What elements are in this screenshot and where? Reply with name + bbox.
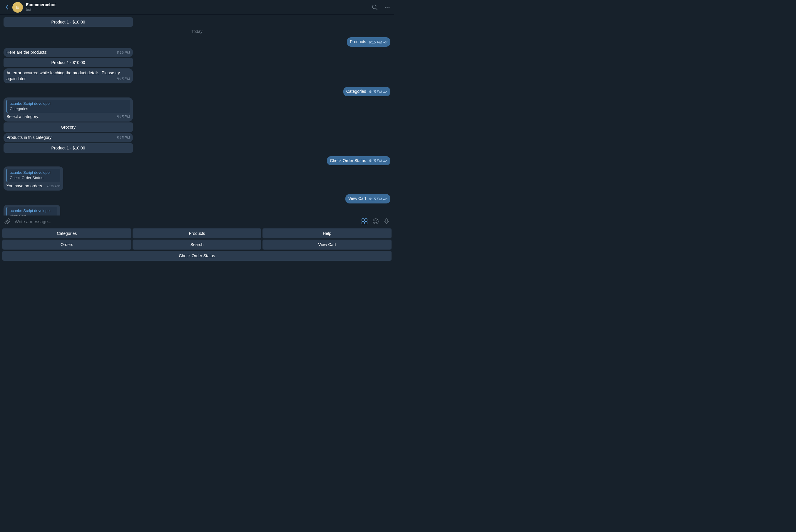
- emoji-button[interactable]: [372, 218, 379, 225]
- read-check-icon: [383, 197, 387, 201]
- message-time: 8:15 PM: [369, 197, 387, 202]
- kb-help[interactable]: Help: [263, 228, 392, 239]
- read-check-icon: [383, 91, 387, 94]
- svg-point-4: [388, 7, 390, 8]
- inline-button-product[interactable]: Product 1 - $10.00: [3, 17, 133, 27]
- smile-icon: [372, 218, 379, 225]
- message-out: Check Order Status 8:15 PM: [3, 156, 390, 166]
- chat-title-block[interactable]: Ecommercebot bot: [26, 2, 372, 12]
- message-text: Products in this category:: [6, 135, 53, 140]
- avatar-letter: E: [16, 5, 19, 10]
- message-text: Select a category:: [6, 114, 39, 119]
- read-check-icon: [383, 41, 387, 44]
- input-bar: [0, 215, 394, 227]
- message-bubble[interactable]: Check Order Status 8:15 PM: [327, 156, 390, 166]
- inline-button-product[interactable]: Product 1 - $10.00: [3, 143, 133, 153]
- message-bubble[interactable]: View Cart 8:15 PM: [345, 194, 390, 204]
- kb-products[interactable]: Products: [132, 228, 261, 239]
- reply-from: ucanbe Script developer: [10, 170, 58, 175]
- kb-check-order-status[interactable]: Check Order Status: [2, 251, 392, 261]
- reply-box[interactable]: ucanbe Script developer Categories: [6, 100, 130, 113]
- chevron-left-icon: [5, 5, 8, 10]
- attach-button[interactable]: [4, 218, 11, 225]
- avatar[interactable]: E: [12, 2, 23, 13]
- reply-text: View Cart: [10, 213, 55, 215]
- message-bubble[interactable]: ucanbe Script developer Check Order Stat…: [3, 167, 63, 191]
- microphone-icon: [383, 218, 390, 225]
- date-separator: Today: [3, 29, 390, 34]
- bot-keyboard-icon: [361, 218, 368, 225]
- svg-point-3: [386, 7, 388, 8]
- chat-header: E Ecommercebot bot: [0, 0, 394, 15]
- search-button[interactable]: [372, 4, 378, 11]
- keyboard-row: Orders Search View Cart: [2, 240, 392, 250]
- messages-area[interactable]: Product 1 - $10.00 Today Products 8:15 P…: [0, 15, 394, 215]
- message-group: Here are the products: 8:15 PM Product 1…: [3, 48, 390, 84]
- keyboard-row: Categories Products Help: [2, 228, 392, 239]
- more-button[interactable]: [384, 4, 390, 11]
- message-bubble[interactable]: ucanbe Script developer View Cart Your c…: [3, 205, 60, 215]
- reply-keyboard: Categories Products Help Orders Search V…: [0, 227, 394, 263]
- voice-button[interactable]: [383, 218, 390, 225]
- svg-point-9: [373, 219, 378, 224]
- message-out: View Cart 8:15 PM: [3, 194, 390, 204]
- message-text: Products: [350, 39, 366, 44]
- message-bubble[interactable]: Products 8:15 PM: [347, 37, 390, 47]
- message-time: 8:15 PM: [117, 135, 130, 140]
- reply-box[interactable]: ucanbe Script developer Check Order Stat…: [6, 169, 60, 182]
- message-text: Here are the products:: [6, 50, 47, 55]
- read-check-icon: [383, 159, 387, 163]
- inline-button-product[interactable]: Product 1 - $10.00: [3, 58, 133, 67]
- message-time: 8:15 PM: [369, 158, 387, 164]
- kb-orders[interactable]: Orders: [2, 240, 131, 250]
- message-input[interactable]: [15, 219, 357, 224]
- message-out: Products 8:15 PM: [3, 37, 390, 47]
- inline-button-category[interactable]: Grocery: [3, 122, 133, 132]
- paperclip-icon: [4, 218, 11, 225]
- header-actions: [372, 4, 390, 11]
- message-time: 8:15 PM: [117, 50, 130, 55]
- svg-rect-6: [365, 219, 367, 221]
- message-bubble[interactable]: Products in this category: 8:15 PM: [3, 133, 133, 142]
- back-button[interactable]: [3, 4, 11, 11]
- message-time: 8:15 PM: [369, 90, 387, 95]
- search-icon: [372, 4, 378, 11]
- svg-rect-7: [362, 222, 364, 224]
- message-bubble[interactable]: Here are the products: 8:15 PM: [3, 48, 133, 57]
- svg-rect-8: [365, 222, 367, 224]
- message-time: 8:15 PM: [117, 114, 130, 119]
- message-group: ucanbe Script developer View Cart Your c…: [3, 205, 390, 215]
- message-text: Check Order Status: [330, 158, 366, 163]
- message-text: You have no orders.: [6, 184, 43, 188]
- chat-subtitle: bot: [26, 7, 372, 12]
- reply-from: ucanbe Script developer: [10, 208, 55, 213]
- message-time: 8:15 PM: [47, 184, 60, 189]
- kb-search[interactable]: Search: [132, 240, 261, 250]
- kb-view-cart[interactable]: View Cart: [263, 240, 392, 250]
- message-text: Categories: [346, 89, 366, 94]
- more-icon: [384, 4, 390, 11]
- message-text: An error occurred while fetching the pro…: [6, 71, 120, 81]
- message-text: View Cart: [348, 196, 366, 201]
- keyboard-row: Check Order Status: [2, 251, 392, 261]
- message-bubble[interactable]: Categories 8:15 PM: [343, 87, 390, 96]
- svg-point-11: [376, 221, 377, 221]
- kb-categories[interactable]: Categories: [2, 228, 131, 239]
- svg-point-10: [375, 221, 375, 221]
- message-out: Categories 8:15 PM: [3, 87, 390, 96]
- message-bubble[interactable]: An error occurred while fetching the pro…: [3, 69, 133, 83]
- message-bubble[interactable]: ucanbe Script developer Categories Selec…: [3, 97, 133, 121]
- svg-rect-12: [386, 219, 387, 222]
- reply-box[interactable]: ucanbe Script developer View Cart: [6, 207, 57, 215]
- svg-line-1: [376, 8, 377, 10]
- bot-keyboard-button[interactable]: [361, 218, 368, 225]
- chat-title: Ecommercebot: [26, 2, 372, 7]
- message-time: 8:15 PM: [117, 77, 130, 82]
- reply-text: Check Order Status: [10, 175, 58, 180]
- svg-point-2: [385, 7, 386, 8]
- message-group: ucanbe Script developer Check Order Stat…: [3, 167, 390, 191]
- reply-text: Categories: [10, 106, 128, 112]
- message-group: ucanbe Script developer Categories Selec…: [3, 97, 390, 153]
- svg-rect-5: [362, 219, 364, 221]
- reply-from: ucanbe Script developer: [10, 101, 128, 106]
